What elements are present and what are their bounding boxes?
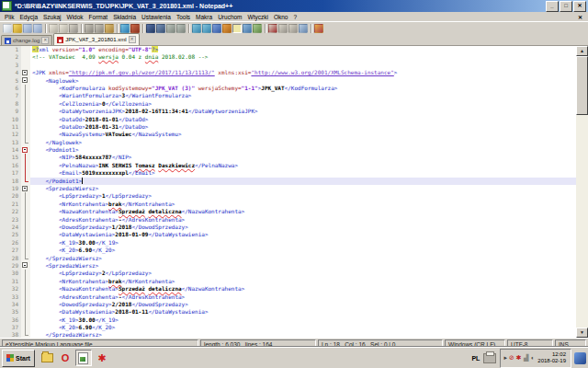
copy-icon[interactable] <box>95 24 104 33</box>
find-replace-icon[interactable] <box>156 24 165 33</box>
code-line-13[interactable]: </Naglowek> <box>30 139 576 146</box>
code-line-14[interactable]: <Podmiot1> <box>30 146 576 154</box>
tab-close-icon[interactable]: ✕ <box>129 36 136 43</box>
scrollbar-thumb[interactable] <box>576 56 588 115</box>
fold-collapse-icon[interactable] <box>21 262 30 270</box>
save-all-icon[interactable] <box>33 24 42 33</box>
code-line-32[interactable]: <NazwaKontrahenta>Sprzedaż detaliczna</N… <box>30 285 576 293</box>
code-line-11[interactable]: <DataDo>2018-01-31</DataDo> <box>30 123 576 131</box>
code-line-38[interactable]: </SprzedazWiersz> <box>30 331 576 338</box>
code-line-33[interactable]: <AdresKontrahenta>-</AdresKontrahenta> <box>30 293 576 301</box>
close-button[interactable]: ✕ <box>573 1 586 12</box>
menu-item-szukaj[interactable]: Szukaj <box>40 14 64 20</box>
menu-item-skadnia[interactable]: Składnia <box>110 14 139 20</box>
code-line-20[interactable]: <LpSprzedazy>1</LpSprzedazy> <box>30 192 576 200</box>
volume-icon[interactable]: ◖ <box>530 354 534 362</box>
launch-opera-icon[interactable]: O <box>58 351 73 365</box>
menu-item-plik[interactable]: Plik <box>2 14 17 20</box>
launch-notepad-plus-plus-icon[interactable] <box>75 350 92 366</box>
code-line-18[interactable]: </Podmiot1> <box>30 178 576 185</box>
code-line-26[interactable]: <K_19>30.00</K_19> <box>30 239 576 247</box>
code-line-3[interactable] <box>30 62 576 69</box>
print-icon[interactable] <box>69 24 78 33</box>
code-line-7[interactable]: <WariantFormularza>3</WariantFormularza> <box>30 92 576 99</box>
code-line-12[interactable]: <NazwaSystemu>VATowiec</NazwaSystemu> <box>30 131 576 138</box>
menu-item-wtyczki[interactable]: Wtyczki <box>245 14 271 20</box>
fold-collapse-icon[interactable] <box>21 146 30 154</box>
code-line-4[interactable]: <JPK xmlns="http://jpk.mf.gov.pl/wzor/20… <box>30 69 576 76</box>
code-line-29[interactable]: <SprzedazWiersz> <box>30 262 576 270</box>
antivirus-disabled-icon[interactable]: ⊘ <box>509 354 514 362</box>
find-icon[interactable] <box>146 24 155 33</box>
network-signal-icon[interactable]: ▟ <box>524 354 528 362</box>
printer-icon[interactable] <box>483 353 496 363</box>
code-line-10[interactable]: <DataOd>2018-01-01</DataOd> <box>30 116 576 123</box>
document-map-icon[interactable] <box>243 24 252 33</box>
start-button[interactable]: Start <box>2 350 35 367</box>
code-line-9[interactable]: <DataWytworzeniaJPK>2018-02-16T11:34:41<… <box>30 108 576 115</box>
vertical-scrollbar[interactable]: ▲ ▼ <box>576 46 588 338</box>
close-all-icon[interactable] <box>59 24 68 33</box>
code-line-17[interactable]: <Email>5019xxxxxxxxpl</Email> <box>30 169 576 177</box>
menu-item-okno[interactable]: Okno <box>271 14 291 20</box>
launch-red-app-icon[interactable]: ✱ <box>95 351 109 365</box>
code-line-21[interactable]: <NrKontrahenta>brak</NrKontrahenta> <box>30 201 576 208</box>
code-line-2[interactable]: <!-- VATowiec 4,09 wersja 0.04 z dnia 20… <box>30 53 576 61</box>
code-line-5[interactable]: <Naglowek> <box>30 77 576 85</box>
close-document-icon[interactable]: ✕ <box>574 14 586 20</box>
open-folder-icon[interactable] <box>13 24 22 33</box>
code-line-31[interactable]: <NrKontrahenta>brak</NrKontrahenta> <box>30 278 576 285</box>
clock[interactable]: 12:02 2018-02-19 <box>536 351 568 364</box>
cut-icon[interactable] <box>85 24 94 33</box>
code-line-25[interactable]: <DataWystawienia>2018-01-09</DataWystawi… <box>30 231 576 238</box>
sync-horizontal-scroll-icon[interactable] <box>202 24 211 33</box>
minimize-button[interactable]: _ <box>546 1 559 12</box>
menu-item-makra[interactable]: Makra <box>193 14 215 20</box>
menu-item-uruchom[interactable]: Uruchom <box>215 14 244 20</box>
tab-close-icon[interactable]: ✕ <box>41 37 49 44</box>
scroll-down-arrow-icon[interactable]: ▼ <box>576 328 588 338</box>
run-macro-multiple-icon[interactable] <box>299 24 308 33</box>
undo-icon[interactable] <box>120 24 130 33</box>
scroll-up-arrow-icon[interactable]: ▲ <box>576 46 588 56</box>
menu-item-edycja[interactable]: Edycja <box>17 14 40 20</box>
menu-item-widok[interactable]: Widok <box>64 14 86 20</box>
indent-guide-icon[interactable] <box>232 24 242 33</box>
save-icon[interactable] <box>23 24 32 33</box>
show-all-characters-icon[interactable] <box>222 24 232 33</box>
menu-item-tools[interactable]: Tools <box>174 14 193 20</box>
code-line-37[interactable]: <K_20>6.90</K_20> <box>30 324 576 331</box>
code-line-16[interactable]: <PelnaNazwa>INK SERWIS Tomasz Daszkiewic… <box>30 162 576 169</box>
code-line-19[interactable]: <SprzedazWiersz> <box>30 185 576 192</box>
code-line-22[interactable]: <NazwaKontrahenta>Sprzedaż detaliczna</N… <box>30 208 576 215</box>
function-list-icon[interactable] <box>253 24 262 33</box>
editor[interactable]: 1<?xml version="1.0" encoding="UTF-8"?>2… <box>0 46 588 338</box>
stop-macro-icon[interactable] <box>278 24 288 33</box>
code-line-30[interactable]: <LpSprzedazy>2</LpSprzedazy> <box>30 270 576 277</box>
taskbar-corner-icon[interactable] <box>574 352 586 364</box>
hide-tray-icons-icon[interactable]: ▸ <box>503 354 507 362</box>
code-line-35[interactable]: <DataWystawienia>2018-01-11</DataWystawi… <box>30 308 576 316</box>
new-file-icon[interactable] <box>3 24 12 33</box>
record-macro-icon[interactable] <box>268 24 277 33</box>
code-line-36[interactable]: <K_19>30.00</K_19> <box>30 316 576 324</box>
code-line-27[interactable]: <K_20>6.90</K_20> <box>30 247 576 254</box>
fold-collapse-icon[interactable] <box>21 185 30 192</box>
code-line-1[interactable]: <?xml version="1.0" encoding="UTF-8"?> <box>30 46 576 53</box>
menu-item-ustawienia[interactable]: Ustawienia <box>139 14 174 20</box>
code-line-34[interactable]: <DowodSprzedazy>2/2018</DowodSprzedazy> <box>30 301 576 308</box>
code-line-15[interactable]: <NIP>584xxxxx787</NIP> <box>30 154 576 161</box>
tab-jpk-vat-3-201801-xml[interactable]: JPK_VAT_3_201801.xml✕ <box>53 33 139 45</box>
security-alert-icon[interactable]: ✱ <box>516 354 522 362</box>
code-line-28[interactable]: </SprzedazWiersz> <box>30 255 576 262</box>
code-line-8[interactable]: <CelZlozenia>0</CelZlozenia> <box>30 100 576 108</box>
code-line-6[interactable]: <KodFormularza kodSystemowy="JPK_VAT (3)… <box>30 85 576 92</box>
sync-vertical-scroll-icon[interactable] <box>192 24 201 33</box>
fold-collapse-icon[interactable] <box>21 69 30 76</box>
code-line-24[interactable]: <DowodSprzedazy>1/2018</DowodSprzedazy> <box>30 224 576 231</box>
launch-folder-icon[interactable] <box>40 351 55 365</box>
redo-icon[interactable] <box>130 24 140 33</box>
word-wrap-icon[interactable] <box>212 24 221 33</box>
maximize-button[interactable]: □ <box>560 1 572 12</box>
fold-collapse-icon[interactable] <box>21 77 30 85</box>
